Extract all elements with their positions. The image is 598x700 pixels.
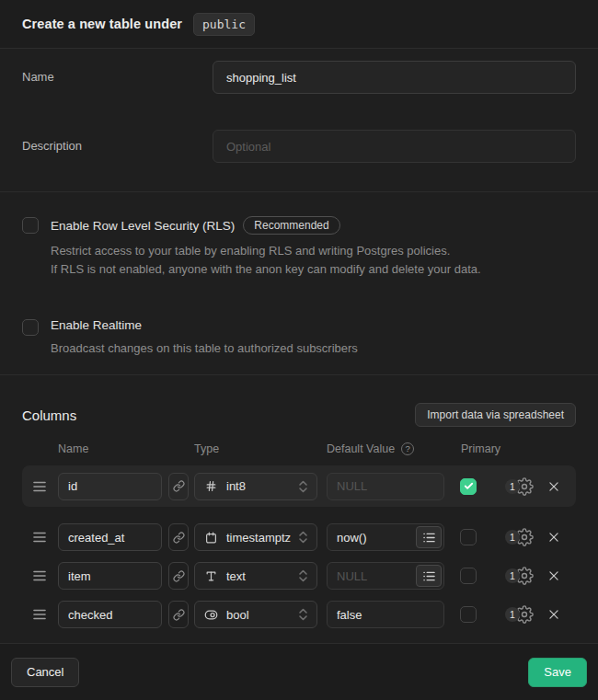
remove-column-icon[interactable] (547, 531, 560, 544)
header-primary: Primary (461, 442, 500, 455)
calendar-icon (203, 532, 218, 544)
foreign-key-link-icon[interactable] (168, 601, 189, 628)
column-type-value: int8 (226, 479, 298, 493)
description-label: Description (22, 130, 213, 163)
drag-handle-icon[interactable] (22, 481, 58, 492)
save-button[interactable]: Save (528, 658, 587, 687)
columns-header-row: Columns Import data via spreadsheet (22, 403, 576, 427)
column-row: bool 1 (22, 595, 576, 634)
settings-count-badge: 1 (505, 568, 520, 583)
import-spreadsheet-button[interactable]: Import data via spreadsheet (415, 403, 576, 427)
column-type-value: text (226, 569, 298, 583)
drag-handle-icon[interactable] (22, 570, 58, 581)
chevron-up-down-icon (298, 479, 308, 494)
table-name-input[interactable] (213, 61, 576, 94)
foreign-key-link-icon[interactable] (168, 523, 189, 551)
rls-text-block: Enable Row Level Security (RLS) Recommen… (51, 216, 481, 279)
column-settings-button[interactable]: 1 (505, 605, 534, 624)
column-name-input[interactable] (58, 562, 162, 590)
column-type-value: timestamptz (226, 531, 298, 545)
column-name-input[interactable] (58, 601, 162, 628)
drag-handle-icon[interactable] (22, 609, 58, 620)
header-type: Type (194, 442, 219, 455)
column-type-select[interactable]: int8 (194, 473, 317, 500)
default-value-wrap (327, 562, 444, 590)
bool-icon (203, 609, 218, 621)
realtime-title-row: Enable Realtime (51, 318, 358, 332)
settings-count-badge: 1 (505, 530, 520, 545)
realtime-description: Broadcast changes on this table to autho… (51, 339, 358, 358)
rls-label: Enable Row Level Security (RLS) (51, 219, 235, 233)
column-row: text 1 (22, 557, 576, 595)
default-value-wrap (327, 473, 444, 500)
foreign-key-link-icon[interactable] (168, 473, 189, 500)
remove-column-icon[interactable] (547, 608, 560, 621)
chevron-up-down-icon (298, 607, 308, 622)
options-section: Enable Row Level Security (RLS) Recommen… (0, 192, 598, 375)
default-value-wrap (327, 523, 444, 551)
remove-column-icon[interactable] (547, 480, 560, 493)
table-description-input[interactable] (213, 130, 576, 163)
remove-column-icon[interactable] (547, 569, 560, 582)
settings-count-badge: 1 (505, 479, 520, 494)
realtime-toggle-block: Enable Realtime Broadcast changes on thi… (22, 318, 576, 358)
rls-checkbox[interactable] (22, 217, 39, 234)
column-name-input[interactable] (58, 523, 162, 551)
settings-count-badge: 1 (505, 607, 520, 622)
help-circle-icon[interactable]: ? (401, 442, 414, 455)
rls-description: Restrict access to your table by enablin… (51, 242, 481, 279)
columns-section: Columns Import data via spreadsheet Name… (0, 375, 598, 644)
column-grid-headers: Name Type Default Value ? Primary (22, 442, 576, 455)
foreign-key-link-icon[interactable] (168, 562, 189, 590)
rls-toggle-block: Enable Row Level Security (RLS) Recommen… (22, 216, 576, 279)
primary-checkbox[interactable] (460, 478, 477, 495)
description-form-row: Description (22, 130, 576, 163)
realtime-text-block: Enable Realtime Broadcast changes on thi… (51, 318, 358, 358)
hash-icon (203, 480, 218, 492)
column-type-select[interactable]: bool (194, 601, 317, 628)
recommended-badge: Recommended (243, 216, 339, 235)
default-value-input[interactable] (327, 601, 444, 628)
column-row: int8 1 (22, 465, 576, 507)
table-info-section: Name Description (0, 49, 598, 192)
dialog-footer: Cancel Save (0, 644, 598, 700)
name-form-row: Name (22, 61, 576, 94)
rls-title-row: Enable Row Level Security (RLS) Recommen… (51, 216, 481, 235)
header-default-value: Default Value ? (327, 442, 414, 455)
name-label: Name (22, 61, 213, 94)
column-type-value: bool (226, 608, 298, 622)
column-settings-button[interactable]: 1 (505, 528, 534, 546)
default-value-menu-icon[interactable] (416, 565, 442, 587)
column-row: timestamptz 1 (22, 518, 576, 557)
realtime-checkbox[interactable] (22, 319, 39, 336)
chevron-up-down-icon (298, 530, 308, 545)
default-value-wrap (327, 601, 444, 628)
column-settings-button[interactable]: 1 (505, 477, 534, 496)
primary-checkbox[interactable] (460, 529, 477, 545)
drag-handle-icon[interactable] (22, 532, 58, 543)
default-value-input[interactable] (327, 473, 444, 500)
text-icon (203, 570, 218, 582)
default-value-menu-icon[interactable] (416, 526, 442, 548)
create-table-dialog: Create a new table under public Name Des… (0, 0, 598, 700)
header-name: Name (58, 442, 88, 455)
column-type-select[interactable]: timestamptz (194, 523, 317, 551)
column-name-input[interactable] (58, 473, 162, 500)
dialog-header: Create a new table under public (0, 0, 598, 49)
primary-checkbox[interactable] (460, 606, 477, 623)
primary-checkbox[interactable] (460, 568, 477, 584)
column-rows: int8 1 (22, 465, 576, 634)
dialog-title: Create a new table under (22, 17, 182, 31)
columns-heading: Columns (22, 407, 76, 423)
cancel-button[interactable]: Cancel (11, 658, 79, 687)
column-settings-button[interactable]: 1 (505, 567, 534, 585)
column-type-select[interactable]: text (194, 562, 317, 590)
chevron-up-down-icon (298, 568, 308, 583)
schema-badge: public (193, 13, 255, 36)
realtime-label: Enable Realtime (51, 318, 142, 332)
